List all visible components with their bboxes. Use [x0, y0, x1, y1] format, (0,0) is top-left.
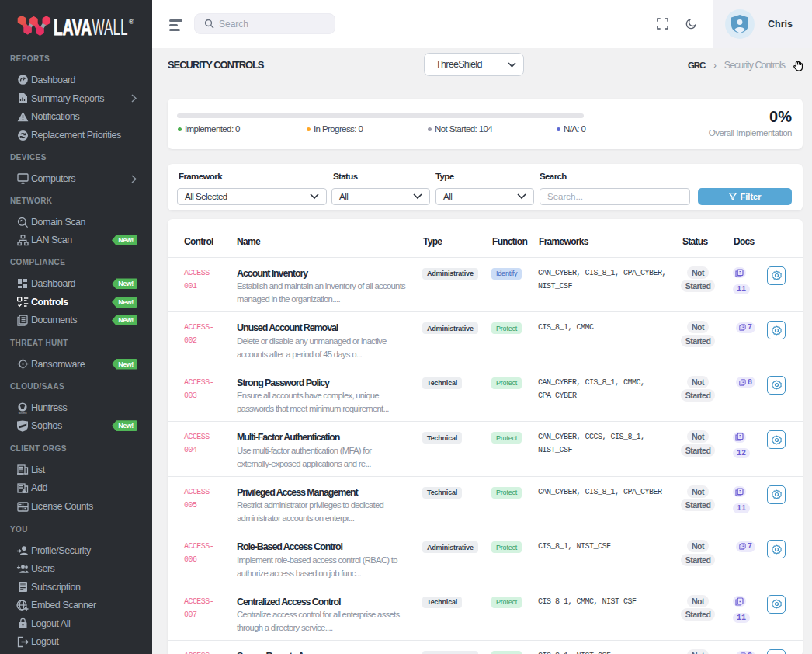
svg-text:®: ®	[129, 18, 134, 26]
svg-text:HUNTRESS: HUNTRESS	[19, 411, 27, 413]
svg-text:LAVA: LAVA	[54, 14, 92, 40]
svg-text:WALL: WALL	[92, 14, 128, 40]
